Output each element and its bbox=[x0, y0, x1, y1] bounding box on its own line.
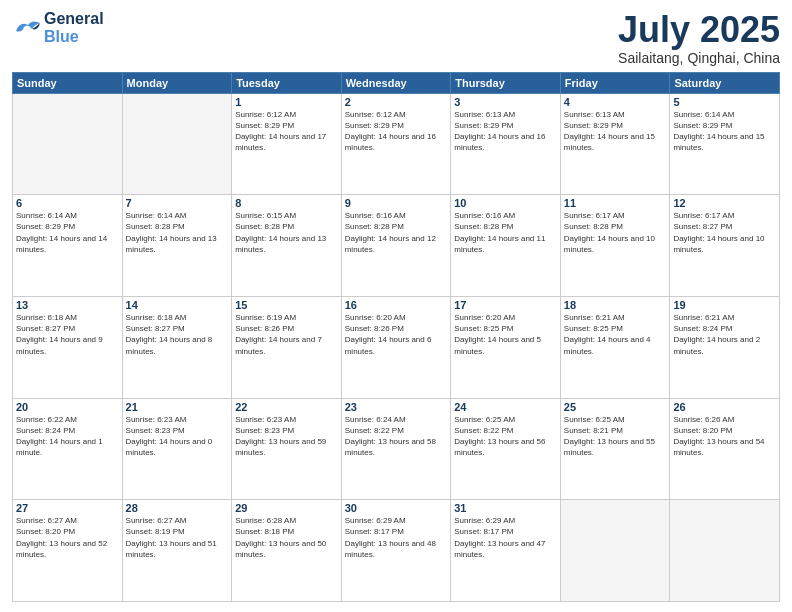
day-info: Sunrise: 6:12 AM Sunset: 8:29 PM Dayligh… bbox=[235, 109, 338, 154]
day-info: Sunrise: 6:22 AM Sunset: 8:24 PM Dayligh… bbox=[16, 414, 119, 459]
table-row: 28Sunrise: 6:27 AM Sunset: 8:19 PM Dayli… bbox=[122, 500, 232, 602]
day-number: 28 bbox=[126, 502, 229, 514]
table-row: 11Sunrise: 6:17 AM Sunset: 8:28 PM Dayli… bbox=[560, 195, 670, 297]
calendar-row-2: 6Sunrise: 6:14 AM Sunset: 8:29 PM Daylig… bbox=[13, 195, 780, 297]
calendar-row-5: 27Sunrise: 6:27 AM Sunset: 8:20 PM Dayli… bbox=[13, 500, 780, 602]
table-row: 22Sunrise: 6:23 AM Sunset: 8:23 PM Dayli… bbox=[232, 398, 342, 500]
table-row bbox=[122, 93, 232, 195]
day-info: Sunrise: 6:15 AM Sunset: 8:28 PM Dayligh… bbox=[235, 210, 338, 255]
table-row bbox=[13, 93, 123, 195]
header-sunday: Sunday bbox=[13, 72, 123, 93]
header-thursday: Thursday bbox=[451, 72, 561, 93]
table-row: 4Sunrise: 6:13 AM Sunset: 8:29 PM Daylig… bbox=[560, 93, 670, 195]
day-number: 6 bbox=[16, 197, 119, 209]
day-info: Sunrise: 6:14 AM Sunset: 8:29 PM Dayligh… bbox=[16, 210, 119, 255]
table-row: 12Sunrise: 6:17 AM Sunset: 8:27 PM Dayli… bbox=[670, 195, 780, 297]
day-number: 13 bbox=[16, 299, 119, 311]
day-number: 23 bbox=[345, 401, 448, 413]
day-info: Sunrise: 6:20 AM Sunset: 8:25 PM Dayligh… bbox=[454, 312, 557, 357]
table-row: 10Sunrise: 6:16 AM Sunset: 8:28 PM Dayli… bbox=[451, 195, 561, 297]
day-number: 30 bbox=[345, 502, 448, 514]
table-row: 8Sunrise: 6:15 AM Sunset: 8:28 PM Daylig… bbox=[232, 195, 342, 297]
month-title: July 2025 bbox=[618, 10, 780, 50]
table-row: 30Sunrise: 6:29 AM Sunset: 8:17 PM Dayli… bbox=[341, 500, 451, 602]
day-number: 20 bbox=[16, 401, 119, 413]
table-row: 18Sunrise: 6:21 AM Sunset: 8:25 PM Dayli… bbox=[560, 296, 670, 398]
calendar-row-4: 20Sunrise: 6:22 AM Sunset: 8:24 PM Dayli… bbox=[13, 398, 780, 500]
logo-name: General Blue bbox=[44, 10, 104, 45]
day-number: 16 bbox=[345, 299, 448, 311]
day-info: Sunrise: 6:21 AM Sunset: 8:24 PM Dayligh… bbox=[673, 312, 776, 357]
day-number: 17 bbox=[454, 299, 557, 311]
table-row: 1Sunrise: 6:12 AM Sunset: 8:29 PM Daylig… bbox=[232, 93, 342, 195]
day-info: Sunrise: 6:23 AM Sunset: 8:23 PM Dayligh… bbox=[126, 414, 229, 459]
day-number: 25 bbox=[564, 401, 667, 413]
calendar-table: Sunday Monday Tuesday Wednesday Thursday… bbox=[12, 72, 780, 602]
header-friday: Friday bbox=[560, 72, 670, 93]
day-info: Sunrise: 6:18 AM Sunset: 8:27 PM Dayligh… bbox=[126, 312, 229, 357]
day-info: Sunrise: 6:23 AM Sunset: 8:23 PM Dayligh… bbox=[235, 414, 338, 459]
table-row: 5Sunrise: 6:14 AM Sunset: 8:29 PM Daylig… bbox=[670, 93, 780, 195]
day-number: 27 bbox=[16, 502, 119, 514]
day-number: 2 bbox=[345, 96, 448, 108]
table-row: 20Sunrise: 6:22 AM Sunset: 8:24 PM Dayli… bbox=[13, 398, 123, 500]
table-row: 3Sunrise: 6:13 AM Sunset: 8:29 PM Daylig… bbox=[451, 93, 561, 195]
header: General Blue July 2025 Sailaitang, Qingh… bbox=[12, 10, 780, 66]
day-number: 9 bbox=[345, 197, 448, 209]
day-number: 1 bbox=[235, 96, 338, 108]
day-number: 18 bbox=[564, 299, 667, 311]
day-number: 11 bbox=[564, 197, 667, 209]
day-number: 7 bbox=[126, 197, 229, 209]
table-row: 29Sunrise: 6:28 AM Sunset: 8:18 PM Dayli… bbox=[232, 500, 342, 602]
table-row: 26Sunrise: 6:26 AM Sunset: 8:20 PM Dayli… bbox=[670, 398, 780, 500]
location-title: Sailaitang, Qinghai, China bbox=[618, 50, 780, 66]
header-wednesday: Wednesday bbox=[341, 72, 451, 93]
day-number: 15 bbox=[235, 299, 338, 311]
table-row: 31Sunrise: 6:29 AM Sunset: 8:17 PM Dayli… bbox=[451, 500, 561, 602]
day-info: Sunrise: 6:21 AM Sunset: 8:25 PM Dayligh… bbox=[564, 312, 667, 357]
day-info: Sunrise: 6:24 AM Sunset: 8:22 PM Dayligh… bbox=[345, 414, 448, 459]
day-info: Sunrise: 6:19 AM Sunset: 8:26 PM Dayligh… bbox=[235, 312, 338, 357]
table-row: 13Sunrise: 6:18 AM Sunset: 8:27 PM Dayli… bbox=[13, 296, 123, 398]
table-row: 15Sunrise: 6:19 AM Sunset: 8:26 PM Dayli… bbox=[232, 296, 342, 398]
day-number: 10 bbox=[454, 197, 557, 209]
day-info: Sunrise: 6:14 AM Sunset: 8:28 PM Dayligh… bbox=[126, 210, 229, 255]
day-number: 29 bbox=[235, 502, 338, 514]
day-number: 8 bbox=[235, 197, 338, 209]
day-info: Sunrise: 6:16 AM Sunset: 8:28 PM Dayligh… bbox=[454, 210, 557, 255]
day-info: Sunrise: 6:17 AM Sunset: 8:28 PM Dayligh… bbox=[564, 210, 667, 255]
logo-general-text: General bbox=[44, 10, 104, 28]
day-info: Sunrise: 6:20 AM Sunset: 8:26 PM Dayligh… bbox=[345, 312, 448, 357]
day-number: 12 bbox=[673, 197, 776, 209]
day-info: Sunrise: 6:28 AM Sunset: 8:18 PM Dayligh… bbox=[235, 515, 338, 560]
calendar-row-3: 13Sunrise: 6:18 AM Sunset: 8:27 PM Dayli… bbox=[13, 296, 780, 398]
day-info: Sunrise: 6:29 AM Sunset: 8:17 PM Dayligh… bbox=[454, 515, 557, 560]
day-info: Sunrise: 6:18 AM Sunset: 8:27 PM Dayligh… bbox=[16, 312, 119, 357]
day-number: 14 bbox=[126, 299, 229, 311]
logo: General Blue bbox=[12, 10, 104, 45]
logo-blue-text: Blue bbox=[44, 28, 104, 46]
day-number: 31 bbox=[454, 502, 557, 514]
table-row: 6Sunrise: 6:14 AM Sunset: 8:29 PM Daylig… bbox=[13, 195, 123, 297]
table-row: 7Sunrise: 6:14 AM Sunset: 8:28 PM Daylig… bbox=[122, 195, 232, 297]
logo-icon bbox=[12, 17, 42, 39]
day-number: 26 bbox=[673, 401, 776, 413]
table-row: 17Sunrise: 6:20 AM Sunset: 8:25 PM Dayli… bbox=[451, 296, 561, 398]
day-info: Sunrise: 6:13 AM Sunset: 8:29 PM Dayligh… bbox=[454, 109, 557, 154]
day-info: Sunrise: 6:27 AM Sunset: 8:19 PM Dayligh… bbox=[126, 515, 229, 560]
table-row bbox=[560, 500, 670, 602]
calendar-page: General Blue July 2025 Sailaitang, Qingh… bbox=[0, 0, 792, 612]
day-info: Sunrise: 6:27 AM Sunset: 8:20 PM Dayligh… bbox=[16, 515, 119, 560]
day-number: 22 bbox=[235, 401, 338, 413]
day-number: 21 bbox=[126, 401, 229, 413]
table-row: 21Sunrise: 6:23 AM Sunset: 8:23 PM Dayli… bbox=[122, 398, 232, 500]
header-monday: Monday bbox=[122, 72, 232, 93]
table-row: 19Sunrise: 6:21 AM Sunset: 8:24 PM Dayli… bbox=[670, 296, 780, 398]
day-number: 5 bbox=[673, 96, 776, 108]
table-row: 9Sunrise: 6:16 AM Sunset: 8:28 PM Daylig… bbox=[341, 195, 451, 297]
table-row: 27Sunrise: 6:27 AM Sunset: 8:20 PM Dayli… bbox=[13, 500, 123, 602]
table-row: 25Sunrise: 6:25 AM Sunset: 8:21 PM Dayli… bbox=[560, 398, 670, 500]
day-info: Sunrise: 6:13 AM Sunset: 8:29 PM Dayligh… bbox=[564, 109, 667, 154]
title-block: July 2025 Sailaitang, Qinghai, China bbox=[618, 10, 780, 66]
day-info: Sunrise: 6:16 AM Sunset: 8:28 PM Dayligh… bbox=[345, 210, 448, 255]
